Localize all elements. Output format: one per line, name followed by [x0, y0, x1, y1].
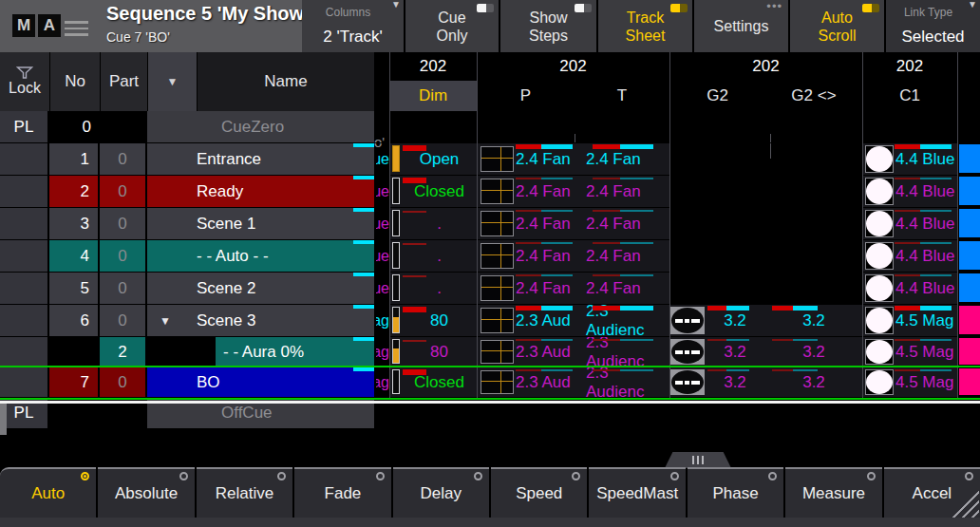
cue-row[interactable]: 70BOagClosed2.3 Aud2.3 Audienc3.23.24.5 … [0, 367, 980, 398]
encoder-button-speedmast[interactable]: SpeedMast [589, 467, 685, 518]
cell-value[interactable]: 3.2 [766, 305, 861, 336]
cue-number-cell[interactable] [49, 337, 100, 367]
encoder-button-speed[interactable]: Speed [491, 467, 587, 518]
cue-row[interactable]: PL0CueZero [0, 111, 980, 143]
encoder-button-relative[interactable]: Relative [197, 467, 292, 518]
window-title-area[interactable]: M A Sequence 5 'My Show' Cue 7 'BO' [0, 0, 302, 52]
cell-value[interactable]: 4.4 Blue [895, 240, 957, 272]
dim-value[interactable]: . [402, 208, 477, 239]
lock-cell[interactable] [0, 305, 49, 336]
part-number-cell[interactable] [100, 111, 147, 142]
list-menu-icon[interactable] [65, 21, 88, 40]
cell-value[interactable]: 2.4 Fan [514, 273, 575, 304]
encoder-button-measure[interactable]: Measure [785, 467, 881, 518]
cell-value[interactable]: 2.4 Fan [514, 208, 575, 239]
cell-value[interactable]: 2.3 Aud [514, 305, 575, 336]
part-number-cell[interactable]: 0 [100, 273, 147, 304]
part-number-cell[interactable]: 2 [100, 337, 147, 367]
dim-value[interactable]: 80 [402, 305, 477, 336]
dim-value[interactable]: Open [402, 143, 477, 175]
cue-name-cell[interactable]: Entrance [147, 143, 374, 175]
dim-value[interactable]: Closed [402, 367, 477, 397]
columns-dropdown[interactable]: Columns 2 'Track' ▼ [302, 0, 404, 52]
lock-cell[interactable] [0, 143, 49, 175]
header-subcolumn-t[interactable]: T [575, 81, 669, 111]
encoder-bar-handle[interactable] [665, 452, 731, 468]
part-number-cell[interactable]: 0 [100, 143, 147, 175]
cell-value[interactable]: 3.2 [706, 305, 764, 336]
cell-value[interactable]: 2.4 Fan [581, 273, 669, 304]
cell-value[interactable]: 2.4 Fan [581, 176, 669, 207]
lock-cell[interactable] [0, 367, 49, 397]
cue-row[interactable]: 20ReadyueClosed2.4 Fan2.4 Fan4.4 Blue [0, 176, 980, 208]
cue-row[interactable]: 10EntranceueOpen2.4 Fan2.4 Fan4.4 Blue [0, 143, 980, 176]
cue-number-cell[interactable]: 3 [49, 208, 100, 239]
cell-value[interactable]: 2.4 Fan [514, 143, 575, 175]
cue-number-cell[interactable]: 4 [49, 240, 100, 272]
header-lock[interactable]: Lock [0, 52, 49, 111]
header-group-id[interactable]: 202 [862, 52, 957, 81]
dim-value[interactable]: . [402, 240, 477, 272]
vertical-scrollbar[interactable] [0, 404, 7, 435]
cue-name-cell[interactable]: - - Auto - - [147, 240, 374, 272]
cell-value[interactable]: 4.4 Blue [895, 143, 957, 175]
cell-value[interactable]: 4.5 Mag [895, 305, 957, 336]
cell-value[interactable]: 2.3 Audienc [581, 305, 669, 336]
cell-value[interactable]: 2.3 Aud [514, 337, 575, 367]
part-number-cell[interactable]: 0 [100, 367, 147, 397]
cue-row[interactable]: 50Scene 2ue.2.4 Fan2.4 Fan4.4 Blue [0, 273, 980, 305]
header-group-id[interactable]: 202 [477, 52, 669, 81]
lock-cell[interactable] [0, 176, 49, 207]
part-number-cell[interactable]: 0 [100, 240, 147, 272]
header-collapse-arrow[interactable]: ▼ [148, 52, 197, 111]
cue-name-cell[interactable]: Ready [147, 176, 374, 207]
cue-name-cell[interactable]: CueZero [147, 111, 374, 142]
lock-cell[interactable] [0, 240, 49, 272]
cell-value[interactable]: 2.4 Fan [514, 240, 575, 272]
cue-name-cell[interactable]: Scene 2 [147, 273, 374, 304]
header-name[interactable]: Name [198, 52, 374, 111]
cue-name-cell[interactable]: Scene 1 [147, 208, 374, 239]
cell-value[interactable]: 3.2 [706, 367, 764, 397]
encoder-button-auto[interactable]: Auto [0, 467, 96, 518]
part-number-cell[interactable]: 0 [100, 176, 147, 207]
header-part[interactable]: Part [101, 52, 147, 111]
cue-row[interactable]: 2- - Aura 0%ag802.3 Aud2.3 Audienc3.23.2… [0, 337, 980, 367]
header-subcolumn-dim[interactable]: Dim [389, 81, 477, 111]
encoder-button-fade[interactable]: Fade [294, 467, 390, 518]
cell-value[interactable]: 2.3 Audienc [581, 337, 669, 367]
header-subcolumn-c1[interactable]: C1 [862, 81, 957, 111]
auto-scroll-button[interactable]: Auto Scroll [790, 0, 884, 52]
cell-value[interactable]: 2.3 Audienc [581, 367, 669, 397]
part-number-cell[interactable]: 0 [100, 208, 147, 239]
cue-number-cell[interactable]: 0 [49, 111, 100, 142]
cue-number-cell[interactable]: 5 [49, 273, 100, 304]
header-subcolumn-g2[interactable]: G2 <> [765, 81, 862, 111]
dim-value[interactable]: 80 [402, 337, 477, 367]
dim-value[interactable]: . [402, 273, 477, 304]
cell-value[interactable]: 4.5 Mag [895, 367, 957, 397]
cell-value[interactable]: 4.4 Blue [895, 208, 957, 239]
encoder-button-phase[interactable]: Phase [688, 467, 783, 518]
part-number-cell[interactable]: 0 [100, 305, 147, 336]
cell-value[interactable]: 4.4 Blue [895, 273, 957, 304]
expand-arrow-icon[interactable]: ▼ [160, 305, 171, 336]
lock-cell[interactable] [0, 337, 49, 367]
cell-value[interactable]: 3.2 [766, 367, 861, 397]
dim-value[interactable]: Closed [402, 176, 477, 207]
header-no[interactable]: No [50, 52, 100, 111]
cell-value[interactable]: 3.2 [766, 337, 861, 367]
cell-value[interactable]: 4.4 Blue [895, 176, 957, 207]
cue-name-cell[interactable]: Scene 3▼ [147, 305, 374, 336]
lock-cell[interactable] [0, 273, 49, 304]
cell-value[interactable]: 2.4 Fan [581, 240, 669, 272]
cell-value[interactable]: 3.2 [706, 337, 764, 367]
cue-number-cell[interactable]: 1 [49, 143, 100, 175]
ma-logo-icon[interactable]: M A [12, 14, 61, 37]
link-type-dropdown[interactable]: Link Type Selected ▼ [886, 0, 980, 52]
cell-value[interactable]: 2.3 Aud [514, 367, 575, 397]
cue-name-cell[interactable]: - - Aura 0% [147, 337, 374, 367]
cue-only-button[interactable]: Cue Only [405, 0, 499, 52]
cue-row[interactable]: 30Scene 1ue.2.4 Fan2.4 Fan4.4 Blue [0, 208, 980, 240]
lock-cell[interactable]: PL [0, 111, 49, 142]
